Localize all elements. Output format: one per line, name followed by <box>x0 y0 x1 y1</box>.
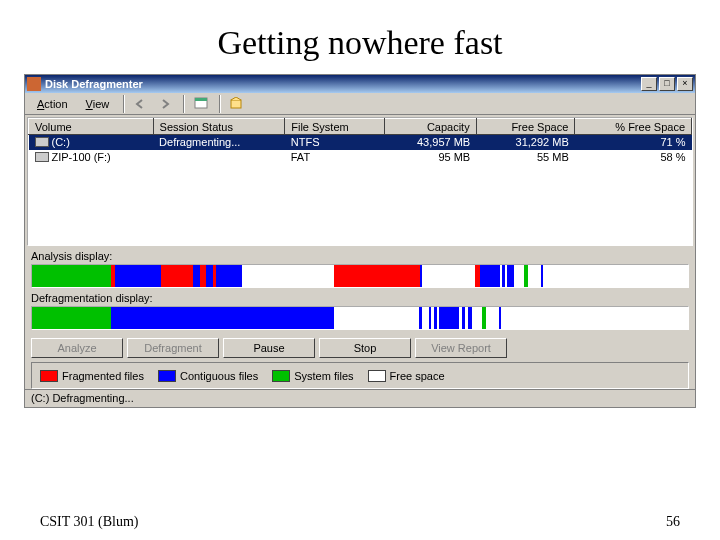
button-row: Analyze Defragment Pause Stop View Repor… <box>31 338 689 358</box>
legend: Fragmented files Contiguous files System… <box>31 362 689 389</box>
slide-footer: CSIT 301 (Blum) 56 <box>40 514 680 530</box>
disk-defragmenter-window: Disk Defragmenter _ □ × Action View <box>24 74 696 408</box>
swatch-system <box>272 370 290 382</box>
footer-left: CSIT 301 (Blum) <box>40 514 139 530</box>
toolbar-properties-button[interactable] <box>191 94 213 114</box>
swatch-fragmented <box>40 370 58 382</box>
minimize-button[interactable]: _ <box>641 77 657 91</box>
statusbar: (C:) Defragmenting... <box>25 389 695 407</box>
menu-divider <box>123 95 125 113</box>
cell-capacity: 43,957 MB <box>384 135 476 150</box>
cell-volume: ZIP-100 (F:) <box>52 151 111 163</box>
cell-free: 31,292 MB <box>476 135 575 150</box>
window-controls: _ □ × <box>641 77 693 91</box>
defragmentation-display <box>31 306 689 330</box>
volumes-table: Volume Session Status File System Capaci… <box>27 117 693 246</box>
col-status[interactable]: Session Status <box>153 119 285 135</box>
cell-fs: NTFS <box>285 135 384 150</box>
cell-free: 55 MB <box>476 150 575 165</box>
col-pct[interactable]: % Free Space <box>575 119 692 135</box>
toolbar-help-button[interactable] <box>227 94 249 114</box>
cell-status: Defragmenting... <box>153 135 285 150</box>
table-row[interactable]: ZIP-100 (F:) FAT 95 MB 55 MB 58 % <box>29 150 692 165</box>
menu-action[interactable]: Action <box>29 96 76 112</box>
col-fs[interactable]: File System <box>285 119 384 135</box>
table-empty-area <box>28 165 692 245</box>
menu-view[interactable]: View <box>78 96 118 112</box>
col-free[interactable]: Free Space <box>476 119 575 135</box>
window-title: Disk Defragmenter <box>45 78 641 90</box>
toolbar-divider <box>219 95 221 113</box>
slide-title: Getting nowhere fast <box>0 24 720 62</box>
legend-system: System files <box>272 369 353 382</box>
cell-capacity: 95 MB <box>384 150 476 165</box>
status-text: (C:) Defragmenting... <box>31 392 134 404</box>
legend-contiguous: Contiguous files <box>158 369 258 382</box>
legend-free: Free space <box>368 369 445 382</box>
svg-rect-1 <box>195 98 207 101</box>
app-icon <box>27 77 41 91</box>
defrag-label: Defragmentation display: <box>31 292 689 304</box>
cell-status <box>153 150 285 165</box>
menubar: Action View <box>25 93 695 115</box>
nav-forward-button[interactable] <box>155 94 177 114</box>
cell-fs: FAT <box>285 150 384 165</box>
maximize-button[interactable]: □ <box>659 77 675 91</box>
defragment-button[interactable]: Defragment <box>127 338 219 358</box>
toolbar-divider <box>183 95 185 113</box>
titlebar: Disk Defragmenter _ □ × <box>25 75 695 93</box>
stop-button[interactable]: Stop <box>319 338 411 358</box>
cell-volume: (C:) <box>52 136 70 148</box>
nav-back-button[interactable] <box>131 94 153 114</box>
drive-icon <box>35 152 49 162</box>
close-button[interactable]: × <box>677 77 693 91</box>
col-volume[interactable]: Volume <box>29 119 154 135</box>
pause-button[interactable]: Pause <box>223 338 315 358</box>
table-row[interactable]: (C:) Defragmenting... NTFS 43,957 MB 31,… <box>29 135 692 150</box>
table-header-row: Volume Session Status File System Capaci… <box>29 119 692 135</box>
legend-fragmented: Fragmented files <box>40 369 144 382</box>
col-capacity[interactable]: Capacity <box>384 119 476 135</box>
drive-icon <box>35 137 49 147</box>
analysis-display <box>31 264 689 288</box>
view-report-button[interactable]: View Report <box>415 338 507 358</box>
analyze-button[interactable]: Analyze <box>31 338 123 358</box>
footer-right: 56 <box>666 514 680 530</box>
cell-pct: 58 % <box>575 150 692 165</box>
analysis-label: Analysis display: <box>31 250 689 262</box>
swatch-free <box>368 370 386 382</box>
cell-pct: 71 % <box>575 135 692 150</box>
svg-rect-2 <box>231 100 241 108</box>
swatch-contiguous <box>158 370 176 382</box>
